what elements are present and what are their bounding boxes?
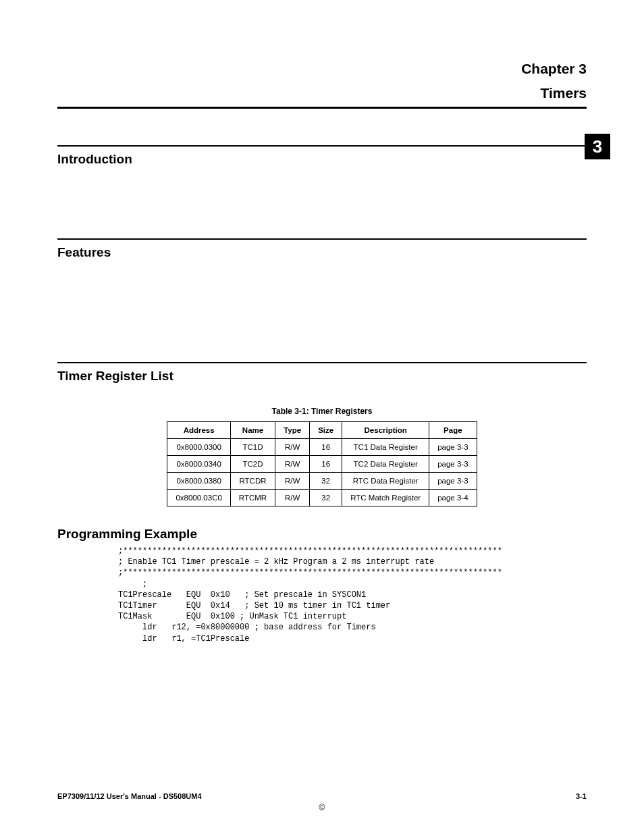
chapter-title: Timers [57,85,587,101]
cell-name: TC2D [230,456,275,473]
code-line: ; [118,579,147,589]
cell-name: TC1D [230,439,275,456]
code-block: ;***************************************… [118,546,587,644]
footer-right: 3-1 [576,792,587,800]
cell-size: 16 [310,439,342,456]
code-line: ; Enable TC1 Timer prescale = 2 kHz Prog… [118,557,434,567]
section-rule [57,238,587,240]
cell-size: 16 [310,456,342,473]
cell-type: R/W [275,473,310,490]
cell-name: RTCDR [230,473,275,490]
cell-address: 0x8000.0380 [167,473,230,490]
cell-description: RTC Data Register [342,473,429,490]
cell-name: RTCMR [230,490,275,506]
copyright: © [0,803,644,812]
cell-size: 32 [310,473,342,490]
cell-description: TC1 Data Register [342,439,429,456]
cell-size: 32 [310,490,342,506]
chapter-label: Chapter 3 [57,61,587,77]
code-line: ;***************************************… [118,546,502,556]
heading-timer-register-list: Timer Register List [57,369,587,384]
cell-page: page 3-4 [429,490,477,506]
col-description: Description [342,422,429,439]
code-line: TC1Timer EQU 0x14 ; Set 10 ms timer in T… [118,601,390,610]
footer-left: EP7309/11/12 User's Manual - DS508UM4 [57,792,202,800]
table-row: 0x8000.0300 TC1D R/W 16 TC1 Data Registe… [167,439,477,456]
footer: EP7309/11/12 User's Manual - DS508UM4 3-… [57,792,587,800]
code-line: TC1Prescale EQU 0x10 ; Set prescale in S… [118,590,366,600]
top-rule [57,107,587,109]
section-rule [57,145,587,147]
heading-features: Features [57,245,587,260]
code-line: TC1Mask EQU 0x100 ; UnMask TC1 interrupt [118,612,346,621]
chapter-tab: 3 [585,134,610,159]
heading-programming-example: Programming Example [57,527,587,542]
timer-registers-table: Address Name Type Size Description Page … [167,421,477,506]
cell-address: 0x8000.0300 [167,439,230,456]
code-line: ldr r1, =TC1Prescale [118,634,249,644]
cell-page: page 3-3 [429,456,477,473]
code-line: ldr r12, =0x80000000 ; base address for … [118,623,376,632]
table-header-row: Address Name Type Size Description Page [167,422,477,439]
col-size: Size [310,422,342,439]
cell-type: R/W [275,439,310,456]
cell-description: TC2 Data Register [342,456,429,473]
code-line: ;***************************************… [118,568,502,577]
section-rule [57,362,587,363]
table-row: 0x8000.0380 RTCDR R/W 32 RTC Data Regist… [167,473,477,490]
cell-page: page 3-3 [429,439,477,456]
cell-type: R/W [275,490,310,506]
col-address: Address [167,422,230,439]
cell-type: R/W [275,456,310,473]
cell-address: 0x8000.03C0 [167,490,230,506]
table-row: 0x8000.03C0 RTCMR R/W 32 RTC Match Regis… [167,490,477,506]
heading-introduction: Introduction [57,152,587,167]
table-caption: Table 3-1: Timer Registers [57,407,587,416]
table-row: 0x8000.0340 TC2D R/W 16 TC2 Data Registe… [167,456,477,473]
col-page: Page [429,422,477,439]
cell-address: 0x8000.0340 [167,456,230,473]
col-type: Type [275,422,310,439]
col-name: Name [230,422,275,439]
cell-description: RTC Match Register [342,490,429,506]
cell-page: page 3-3 [429,473,477,490]
